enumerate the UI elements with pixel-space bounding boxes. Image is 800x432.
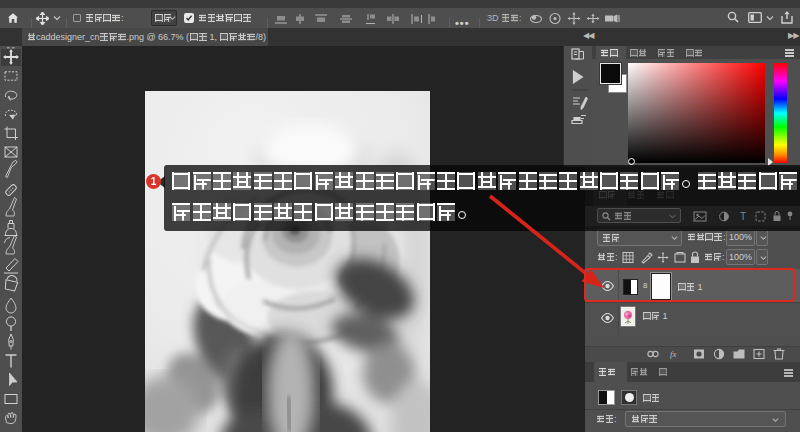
svg-text:fx: fx — [670, 349, 677, 359]
